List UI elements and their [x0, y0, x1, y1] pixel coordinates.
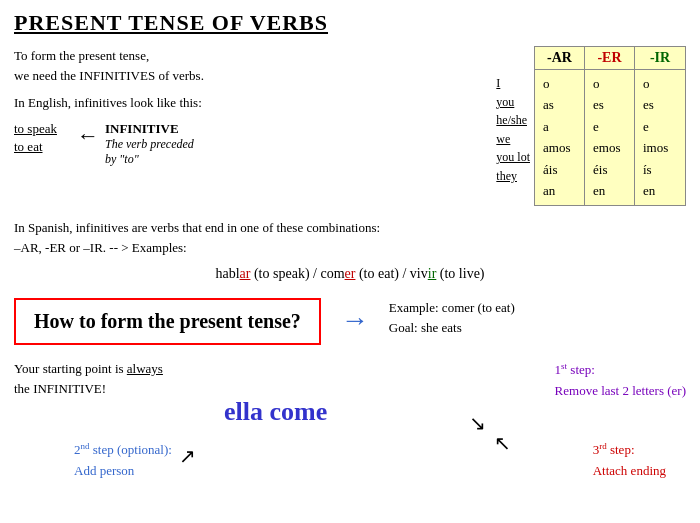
ar-ending-example: ar	[240, 266, 251, 281]
ir-endings: o es e imos ís en	[635, 70, 685, 205]
ir-ending-example: ir	[428, 266, 437, 281]
step1-box: 1st step: Remove last 2 letters (er)	[555, 359, 686, 402]
infinitive-label-sub1: The verb preceded	[105, 137, 194, 152]
intro-line3: In English, infinitives look like this:	[14, 93, 486, 113]
ar-column: -AR o as a amos áis an	[535, 47, 585, 205]
left-content: To form the present tense, we need the I…	[14, 46, 486, 206]
pronoun-they: they	[496, 167, 534, 186]
step3-box: 3rd step: Attach ending	[593, 439, 666, 482]
step2-box: 2nd step (optional): Add person	[74, 439, 172, 482]
how-section: How to form the present tense? → Example…	[14, 298, 686, 345]
er-ending-example: er	[345, 266, 356, 281]
example-to-speak: to speak	[14, 121, 57, 137]
pronoun-column: I you he/she we you lot they	[496, 46, 534, 206]
spanish-line1: In Spanish, infinitives are verbs that e…	[14, 218, 686, 239]
spanish-section: In Spanish, infinitives are verbs that e…	[14, 218, 686, 286]
page-title: PRESENT TENSE OF VERBS	[14, 10, 686, 36]
ir-header: -IR	[635, 47, 685, 70]
arrow-curved-icon: ←	[77, 125, 99, 147]
pronoun-heshe: he/she	[496, 111, 534, 130]
infinitive-label-sub2: by "to"	[105, 152, 194, 167]
infinitive-box: to speak to eat ← INFINITIVE The verb pr…	[14, 121, 486, 167]
example-goal: Example: comer (to eat) Goal: she eats	[389, 298, 515, 340]
examples-line: hablar (to speak) / comer (to eat) / viv…	[14, 263, 686, 285]
pronoun-we: we	[496, 130, 534, 149]
arrow-to-ella-icon: ↗	[179, 444, 196, 468]
ar-header: -AR	[535, 47, 584, 70]
starting-point: Your starting point is always the INFINI…	[14, 359, 163, 401]
spanish-line2: –AR, -ER or –IR. -- > Examples:	[14, 238, 686, 259]
steps-section: Your starting point is always the INFINI…	[14, 359, 686, 489]
example-to-eat: to eat	[14, 139, 57, 155]
pronoun-youlot: you lot	[496, 148, 534, 167]
conjugation-table-wrapper: I you he/she we you lot they -AR o as a …	[496, 46, 686, 206]
ar-endings: o as a amos áis an	[535, 70, 584, 205]
ella-come-label: ella come	[224, 397, 327, 427]
ir-column: -IR o es e imos ís en	[635, 47, 685, 205]
er-column: -ER o es e emos éis en	[585, 47, 635, 205]
arrow-right-icon: →	[341, 304, 369, 336]
infinitive-label-title: INFINITIVE	[105, 121, 194, 137]
pronoun-you: you	[496, 93, 534, 112]
conjugation-table: -AR o as a amos áis an -ER o es	[534, 46, 686, 206]
pronoun-I: I	[496, 74, 534, 93]
goal-label: Goal: she eats	[389, 318, 515, 339]
er-endings: o es e emos éis en	[585, 70, 634, 205]
example-label: Example: comer (to eat)	[389, 298, 515, 319]
er-header: -ER	[585, 47, 634, 70]
how-box: How to form the present tense?	[14, 298, 321, 345]
intro-line1: To form the present tense, we need the I…	[14, 46, 486, 85]
arrow-from-step1-icon: ↙	[469, 411, 486, 435]
arrow-from-step3-icon: ↖	[494, 431, 511, 455]
